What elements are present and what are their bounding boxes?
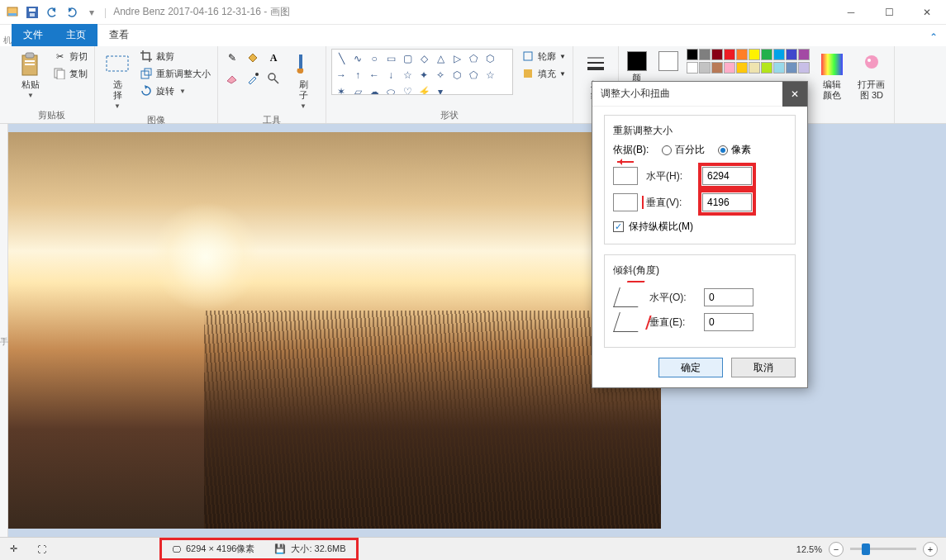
maximize-button[interactable]: ☐ [870, 0, 908, 25]
undo-icon[interactable] [45, 5, 59, 20]
fill-tool[interactable] [244, 49, 262, 67]
status-dimensions: 6294 × 4196像素 [186, 543, 254, 555]
cursor-pos: ✛ [0, 538, 27, 560]
pencil-tool[interactable]: ✎ [223, 49, 241, 67]
color2-button[interactable] [655, 49, 682, 74]
svg-point-24 [865, 55, 878, 69]
dialog-titlebar[interactable]: 调整大小和扭曲 ✕ [592, 82, 807, 107]
picker-tool[interactable] [244, 69, 262, 88]
keep-ratio-checkbox[interactable]: ✓保持纵横比(M) [613, 220, 787, 234]
radio-percent[interactable]: 百分比 [662, 143, 705, 157]
resize-button[interactable]: 重新调整大小 [138, 66, 212, 81]
fillshape-icon [521, 67, 535, 80]
selection-icon: ⛶ [37, 544, 46, 554]
svg-rect-17 [299, 55, 302, 69]
crop-button[interactable]: 裁剪 [138, 49, 212, 64]
color-swatch[interactable] [687, 62, 698, 74]
zoom-controls: 12.5% − + [796, 542, 946, 557]
svg-point-25 [868, 59, 871, 62]
color-swatch[interactable] [761, 49, 772, 60]
zoom-in-button[interactable]: + [923, 542, 938, 557]
color-swatch[interactable] [773, 49, 785, 60]
qat-dropdown-icon[interactable]: ▾ [84, 5, 99, 20]
ribbon-collapse-icon[interactable]: ⌃ [921, 28, 946, 46]
color-swatch[interactable] [749, 49, 760, 60]
group-tools: ✎ A 刷 子 ▼ 工具 [218, 46, 326, 123]
title-bar: ▾ | Andre Benz 2017-04-16 12-31-16 - 画图 … [0, 0, 946, 25]
outline-button[interactable]: 轮廓▼ [520, 49, 568, 64]
cut-button[interactable]: ✂剪切 [51, 49, 89, 64]
tab-file[interactable]: 文件 [12, 24, 55, 46]
radio-pixels[interactable]: 像素 [718, 143, 751, 157]
color-swatch[interactable] [786, 62, 797, 74]
horizontal-icon [613, 167, 638, 185]
scissors-icon: ✂ [53, 50, 66, 63]
resize-icon [140, 67, 153, 80]
redo-icon[interactable] [64, 5, 79, 20]
save-icon[interactable] [25, 5, 40, 20]
palette-row2[interactable] [687, 62, 810, 74]
eraser-tool[interactable] [223, 69, 241, 88]
dimensions-icon: 🖵 [172, 544, 181, 554]
color-swatch[interactable] [786, 49, 797, 60]
color-swatch[interactable] [736, 62, 748, 74]
svg-rect-8 [25, 64, 35, 65]
color-swatch[interactable] [773, 62, 785, 74]
color-swatch[interactable] [798, 62, 810, 74]
color-swatch[interactable] [711, 49, 723, 60]
window-title: Andre Benz 2017-04-16 12-31-16 - 画图 [107, 5, 832, 19]
dialog-close-button[interactable]: ✕ [782, 82, 807, 107]
color-swatch[interactable] [711, 62, 723, 74]
svg-rect-19 [524, 69, 532, 78]
color-swatch[interactable] [736, 49, 748, 60]
brush-button[interactable]: 刷 子 ▼ [286, 49, 321, 112]
color-swatch[interactable] [699, 62, 711, 74]
left-panel-stub: 手 [0, 124, 8, 537]
zoom-level: 12.5% [796, 544, 822, 554]
svg-rect-1 [8, 13, 17, 16]
palette-row1[interactable] [687, 49, 810, 60]
color-swatch[interactable] [761, 62, 772, 74]
skew-v-input[interactable] [704, 313, 753, 331]
zoom-slider[interactable] [850, 548, 916, 550]
svg-rect-11 [107, 56, 128, 71]
color-swatch[interactable] [687, 49, 698, 60]
open-3d-button[interactable]: 打开画 图 3D [854, 49, 889, 103]
svg-rect-4 [30, 13, 35, 17]
tab-home[interactable]: 主页 [55, 24, 97, 46]
color-swatch[interactable] [798, 49, 810, 60]
svg-rect-18 [524, 52, 532, 60]
color-swatch[interactable] [699, 49, 711, 60]
color-swatch[interactable] [749, 62, 760, 74]
ok-button[interactable]: 确定 [658, 358, 723, 377]
text-tool[interactable]: A [264, 49, 283, 67]
selection-size: ⛶ [27, 538, 159, 560]
magnifier-tool[interactable] [264, 69, 283, 88]
tab-view[interactable]: 查看 [97, 24, 140, 46]
paste-button[interactable]: 粘贴 ▼ [13, 49, 48, 102]
skew-h-input[interactable] [704, 288, 753, 306]
group-clipboard: 粘贴 ▼ ✂剪切 复制 剪贴板 [8, 46, 95, 123]
color-swatch[interactable] [724, 62, 735, 74]
close-button[interactable]: ✕ [908, 0, 946, 25]
minimize-button[interactable]: ─ [832, 0, 870, 25]
zoom-out-button[interactable]: − [829, 542, 844, 557]
cancel-button[interactable]: 取消 [731, 358, 796, 377]
resize-height-input[interactable] [702, 193, 752, 211]
status-bar: ✛ ⛶ 🖵6294 × 4196像素 💾大小: 32.6MB 12.5% − + [0, 537, 946, 560]
color-swatch[interactable] [724, 49, 735, 60]
left-stub: 机 [3, 35, 12, 46]
fill-button[interactable]: 填充▼ [520, 66, 568, 81]
rotate-icon [140, 84, 153, 97]
copy-button[interactable]: 复制 [51, 66, 89, 81]
skew-v-icon [613, 312, 644, 332]
shapes-gallery[interactable]: ╲∿○▭▢◇△▷⬠ ⬡→↑←↓☆✦✧⬡ ⬠☆✶▱☁⬭♡⚡▾ [331, 49, 513, 95]
status-filesize: 大小: 32.6MB [291, 543, 345, 555]
resize-dialog: 调整大小和扭曲 ✕ 重新调整大小 依据(B): 百分比 像素 水平(H): 垂直… [592, 81, 808, 388]
edit-colors-button[interactable]: 编辑 颜色 [815, 49, 849, 103]
svg-rect-6 [26, 53, 34, 58]
disk-icon: 💾 [274, 543, 286, 554]
select-button[interactable]: 选 择 ▼ [100, 49, 135, 112]
resize-width-input[interactable] [702, 167, 752, 185]
rotate-button[interactable]: 旋转▼ [138, 83, 212, 98]
